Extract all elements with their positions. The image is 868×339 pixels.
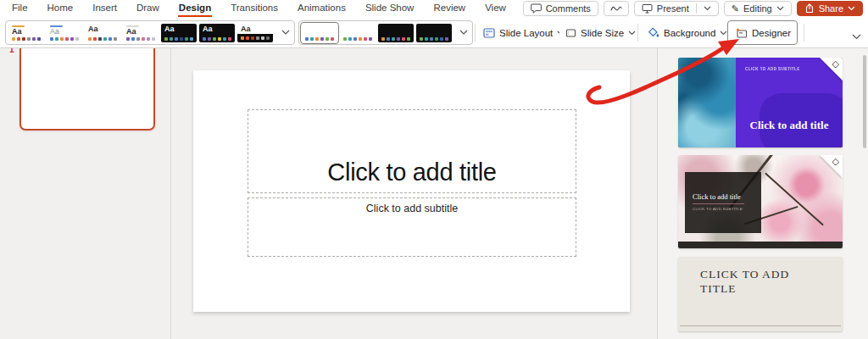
variant-tile[interactable] <box>416 24 452 42</box>
ribbon-separator <box>804 24 804 42</box>
present-label: Present <box>657 3 689 14</box>
design-suggestion-card[interactable]: CLICK TO ADD SUBTITLE Click to add title… <box>678 58 843 147</box>
menu-tab-animations[interactable]: Animations <box>297 0 347 17</box>
menu-tab-slide-show[interactable]: Slide Show <box>364 0 415 17</box>
card-title: Click to add title <box>736 119 843 132</box>
menu-tab-review[interactable]: Review <box>432 0 466 17</box>
theme-aa-label: Aa <box>126 28 155 37</box>
theme-color-dots <box>12 37 41 41</box>
menu-bar: FileHomeInsertDrawDesignTransitionsAnima… <box>0 0 868 17</box>
ribbon-options-button[interactable] <box>852 28 861 43</box>
share-label: Share <box>819 3 843 14</box>
subtitle-placeholder-text: Click to add subtitle <box>366 203 458 214</box>
theme-aa-label: Aa <box>50 28 79 37</box>
slide-layout-button[interactable]: Slide Layout <box>477 20 570 45</box>
designer-panel-scrollbar[interactable] <box>863 55 866 148</box>
designer-panel: CLICK TO ADD SUBTITLE Click to add title… <box>658 48 868 339</box>
chevron-down-icon[interactable] <box>704 6 711 11</box>
paint-bucket-icon <box>648 27 659 38</box>
share-icon <box>804 3 815 14</box>
variants-tiles <box>302 24 452 42</box>
theme-tile[interactable]: Aa <box>199 24 235 42</box>
subtitle-placeholder[interactable]: Click to add subtitle <box>248 197 576 257</box>
theme-color-dots <box>203 37 231 41</box>
ink-activity-button[interactable] <box>604 1 629 16</box>
slide-size-label: Slide Size <box>581 28 624 38</box>
theme-color-dots <box>126 37 155 41</box>
themes-gallery: AaAaAaAaAaAaAa <box>5 20 295 45</box>
themes-more-button[interactable] <box>280 21 292 44</box>
branch-graphic <box>765 172 824 225</box>
background-button[interactable]: Background <box>642 20 733 45</box>
chevron-down-icon <box>848 6 855 11</box>
menu-tab-home[interactable]: Home <box>47 0 75 17</box>
themes-tiles: AaAaAaAaAaAaAa <box>8 24 273 42</box>
squiggle-icon <box>610 5 622 12</box>
theme-color-dots <box>50 37 79 41</box>
slide-size-icon <box>565 28 576 38</box>
background-label: Background <box>664 28 715 38</box>
theme-color-dots <box>88 37 117 41</box>
present-button-group[interactable]: Present <box>634 1 719 16</box>
panel-divider <box>170 48 171 339</box>
title-placeholder[interactable]: Click to add title <box>248 109 576 193</box>
powerpoint-app: FileHomeInsertDrawDesignTransitionsAnima… <box>0 0 868 339</box>
design-suggestion-card[interactable]: CLICK TO ADD TITLE <box>678 257 843 331</box>
variants-gallery <box>298 20 473 45</box>
slide-layout-label: Slide Layout <box>499 28 553 38</box>
design-suggestion-card[interactable]: Click to add title CLICK TO ADD SUBTITLE… <box>678 155 843 248</box>
slide-thumbnail-panel: 1 <box>0 48 170 339</box>
card-subtitle: CLICK TO ADD SUBTITLE <box>693 207 754 213</box>
menu-tab-insert[interactable]: Insert <box>92 0 118 17</box>
ribbon-separator <box>475 24 476 42</box>
menu-tab-file[interactable]: File <box>11 0 29 17</box>
theme-color-dots <box>381 37 410 41</box>
chevron-down-icon <box>776 6 784 11</box>
theme-tile[interactable]: Aa <box>123 24 159 42</box>
theme-tile[interactable]: Aa <box>8 24 44 42</box>
slide-thumbnail-selected[interactable] <box>19 42 155 131</box>
theme-aa-label: Aa <box>203 25 231 37</box>
theme-tile[interactable]: Aa <box>47 24 82 42</box>
editing-label: Editing <box>743 3 772 14</box>
theme-aa-label: Aa <box>88 25 117 37</box>
card-text-box: Click to add title CLICK TO ADD SUBTITLE <box>685 172 761 233</box>
variants-more-button[interactable] <box>458 21 470 44</box>
variant-tile[interactable] <box>378 24 414 42</box>
slide-layout-icon <box>483 28 495 38</box>
share-button[interactable]: Share <box>797 1 863 16</box>
menu-tab-design[interactable]: Design <box>178 0 212 17</box>
editing-mode-button[interactable]: ✎ Editing <box>724 1 792 16</box>
watercolor-image <box>678 58 736 147</box>
slide-size-button[interactable]: Slide Size <box>559 20 642 45</box>
designer-label: Designer <box>752 28 791 38</box>
variant-tile[interactable] <box>340 24 376 42</box>
menu-tab-transitions[interactable]: Transitions <box>230 0 279 17</box>
menu-tab-view[interactable]: View <box>484 0 507 17</box>
theme-tile[interactable]: Aa <box>85 24 120 42</box>
variant-tile[interactable] <box>302 24 337 42</box>
chevron-down-icon <box>852 34 861 40</box>
card-subtitle: CLICK TO ADD SUBTITLE <box>745 67 800 71</box>
comments-label: Comments <box>546 3 591 14</box>
chevron-down-icon <box>281 30 290 36</box>
theme-color-dots <box>343 37 372 41</box>
card-bottom-bar <box>678 242 843 248</box>
theme-tile[interactable]: Aa <box>237 24 273 42</box>
premium-diamond-icon: ◇ <box>832 156 839 167</box>
theme-aa-label: Aa <box>164 25 193 37</box>
divider-line <box>680 325 841 326</box>
theme-aa-label: Aa <box>241 25 270 34</box>
premium-diamond-icon: ◇ <box>832 58 839 69</box>
ribbon-separator <box>637 24 638 42</box>
theme-color-dots <box>420 37 448 41</box>
slide-canvas[interactable]: Click to add title Click to add subtitle <box>193 70 630 312</box>
divider <box>696 3 697 14</box>
theme-tile[interactable]: Aa <box>161 24 197 42</box>
theme-aa-label: Aa <box>12 28 41 37</box>
designer-button[interactable]: Designer <box>727 20 798 45</box>
divider-line <box>693 203 744 204</box>
comments-button[interactable]: Comments <box>523 1 598 16</box>
menu-tab-draw[interactable]: Draw <box>136 0 160 17</box>
designer-sparkle-icon <box>734 27 748 38</box>
